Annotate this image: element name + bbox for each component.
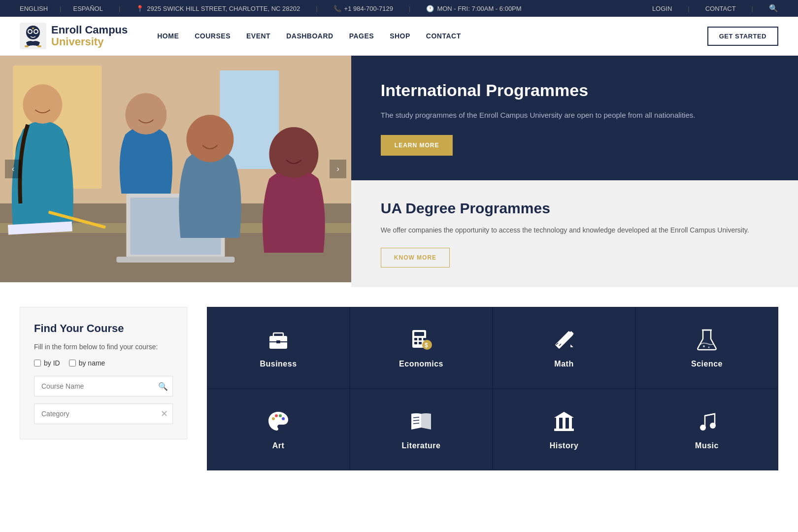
nav-dashboard[interactable]: DASHBOARD (286, 32, 333, 40)
course-card-art[interactable]: Art (207, 389, 350, 470)
nav-home[interactable]: HOME (157, 32, 179, 40)
hero-next-button[interactable]: › (330, 160, 346, 178)
address-info: 📍 2925 SWICK HILL STREET, CHARLOTTE, NC … (136, 5, 300, 12)
international-desc: The study programmes of the Enroll Campu… (381, 109, 768, 121)
logo-text: Enroll Campus University (51, 24, 128, 48)
music-label: Music (695, 441, 719, 450)
svg-line-57 (413, 417, 419, 418)
calculator-dollar-icon: $ (408, 327, 434, 353)
login-link[interactable]: LOGIN (652, 5, 672, 12)
book-open-icon (408, 409, 434, 434)
course-card-literature[interactable]: Literature (350, 389, 493, 470)
international-title: International Programmes (381, 80, 768, 100)
lang-english[interactable]: ENGLISH (20, 5, 48, 12)
svg-rect-36 (414, 332, 424, 336)
degree-desc: We offer companies the opportunity to ac… (381, 225, 768, 236)
course-name-field-row: 🔍 (34, 376, 173, 397)
by-name-input[interactable] (69, 360, 76, 366)
svg-rect-62 (563, 418, 565, 429)
svg-point-51 (703, 345, 705, 347)
svg-rect-7 (25, 45, 29, 47)
nav-courses[interactable]: COURSES (195, 32, 231, 40)
nav-contact[interactable]: CONTACT (426, 32, 461, 40)
hours-info: 🕐 MON - FRI: 7:00AM - 6:00PM (426, 5, 521, 12)
course-card-science[interactable]: Science (635, 307, 778, 389)
course-category-grid: Business $ Economics (207, 307, 778, 470)
hero-prev-button[interactable]: ‹ (5, 160, 21, 178)
lang-espanol[interactable]: ESPAÑOL (73, 5, 102, 12)
by-id-input[interactable] (34, 360, 41, 366)
nav-event[interactable]: EVENT (246, 32, 270, 40)
category-input[interactable] (34, 403, 173, 424)
location-icon: 📍 (136, 5, 144, 12)
top-bar: ENGLISH | ESPAÑOL | 📍 2925 SWICK HILL ST… (0, 0, 798, 17)
svg-rect-39 (423, 338, 426, 340)
svg-rect-34 (276, 340, 280, 343)
search-icon[interactable]: 🔍 (769, 4, 778, 13)
course-card-economics[interactable]: $ Economics (350, 307, 493, 389)
nav-pages[interactable]: PAGES (349, 32, 374, 40)
phone-icon: 📞 (333, 5, 341, 12)
filter-checkboxes: by ID by name (34, 359, 173, 367)
get-started-button[interactable]: GET STARTED (707, 27, 778, 46)
hero-section: ‹ › International Programmes The study p… (0, 56, 798, 282)
svg-rect-61 (556, 418, 559, 429)
know-more-button[interactable]: KNOW MORE (381, 248, 450, 267)
clock-icon: 🕐 (426, 5, 434, 12)
course-name-input[interactable] (34, 376, 173, 397)
svg-rect-38 (419, 338, 422, 340)
svg-line-67 (705, 414, 715, 416)
svg-point-25 (24, 86, 61, 124)
svg-point-65 (700, 425, 706, 431)
learn-more-button[interactable]: LEARN MORE (381, 135, 453, 156)
course-card-business[interactable]: Business (207, 307, 350, 389)
by-name-label: by name (79, 359, 105, 367)
by-id-checkbox[interactable]: by ID (34, 359, 60, 367)
svg-point-28 (270, 131, 317, 178)
hero-image: ‹ › (0, 56, 351, 282)
logo[interactable]: Enroll Campus University (20, 23, 128, 49)
science-label: Science (691, 360, 723, 368)
svg-line-59 (413, 423, 419, 424)
landmark-icon (551, 409, 577, 434)
svg-rect-40 (414, 342, 417, 344)
svg-marker-60 (554, 412, 574, 418)
svg-point-5 (34, 30, 37, 33)
nav-shop[interactable]: SHOP (390, 32, 410, 40)
lower-section: Find Your Course Fill in the form below … (0, 282, 798, 495)
find-course-widget: Find Your Course Fill in the form below … (20, 307, 187, 439)
art-label: Art (272, 441, 285, 450)
literature-label: Literature (402, 441, 441, 450)
svg-point-27 (187, 117, 233, 162)
by-id-label: by ID (44, 359, 60, 367)
svg-marker-49 (569, 344, 573, 348)
history-label: History (550, 441, 579, 450)
svg-point-66 (710, 423, 716, 429)
flask-icon (694, 327, 720, 353)
palette-icon (266, 409, 291, 434)
course-card-history[interactable]: History (493, 389, 635, 470)
briefcase-icon (266, 327, 291, 353)
owl-logo-icon (20, 23, 46, 49)
hero-panel-degree: UA Degree Programmes We offer companies … (351, 180, 798, 287)
svg-rect-8 (37, 45, 41, 47)
svg-point-55 (279, 414, 282, 417)
svg-rect-64 (554, 429, 574, 431)
find-course-title: Find Your Course (34, 322, 173, 335)
header: Enroll Campus University HOME COURSES EV… (0, 17, 798, 56)
course-card-music[interactable]: Music (635, 389, 778, 470)
hero-illustration (0, 56, 351, 282)
contact-link-top[interactable]: CONTACT (705, 5, 736, 12)
phone-info: 📞 +1 984-700-7129 (333, 5, 393, 12)
svg-point-53 (272, 417, 275, 420)
economics-label: Economics (399, 360, 443, 368)
hero-panels: International Programmes The study progr… (351, 56, 798, 282)
course-card-math[interactable]: Math (493, 307, 635, 389)
main-nav: HOME COURSES EVENT DASHBOARD PAGES SHOP … (157, 32, 707, 40)
find-course-desc: Fill in the form below to find your cour… (34, 342, 173, 352)
by-name-checkbox[interactable]: by name (69, 359, 105, 367)
svg-point-4 (29, 30, 32, 33)
svg-rect-19 (116, 257, 234, 263)
course-search-button[interactable]: 🔍 (158, 382, 168, 391)
category-clear-icon[interactable]: ✕ (161, 408, 168, 419)
